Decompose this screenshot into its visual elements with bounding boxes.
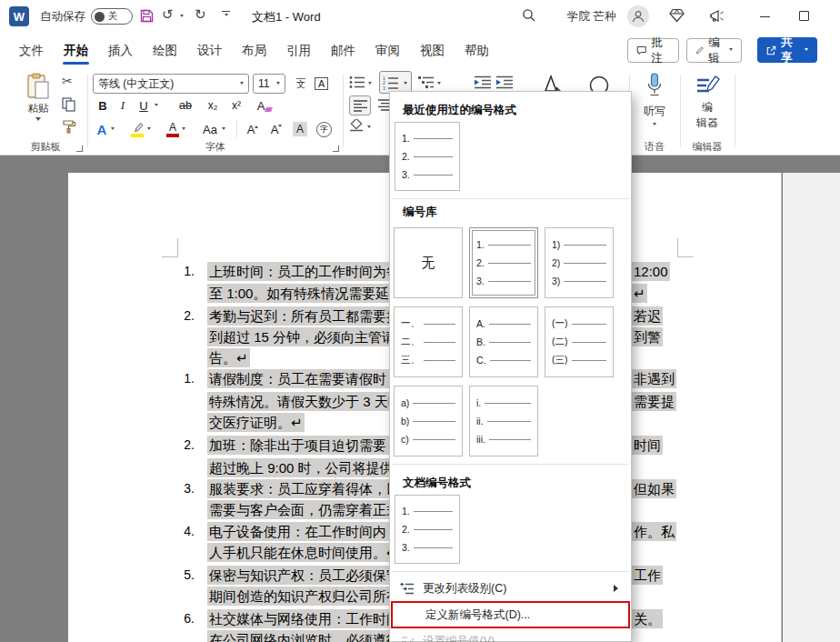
numbering-library-grid: 无1.2.3.1)2)3)一、二、三、A.B.C.(一)(二)(三)a)b)c)… [394,227,631,456]
menu-item-set-numbering-value[interactable]: 设置编号值(V) [390,630,631,642]
font-color-dropdown-caret[interactable] [182,127,185,132]
numbering-option-decimal-dot[interactable]: 1.2.3. [469,227,538,298]
paste-button[interactable]: 粘贴 [18,73,58,124]
tab-mailings[interactable]: 邮件 [321,35,365,66]
bullets-icon[interactable] [349,75,365,89]
font-size-combobox[interactable]: 11 [253,74,285,94]
numbering-dropdown-caret[interactable] [404,82,407,86]
tab-file[interactable]: 文件 [9,35,54,66]
character-border-button[interactable]: A [315,74,328,94]
cut-icon[interactable]: ✂ [62,75,73,87]
ribbon-tab-row: 文件开始插入绘图设计布局引用邮件审阅视图帮助 批注 编辑 共享 [0,33,840,69]
feedback-megaphone-icon[interactable] [709,8,725,24]
share-button[interactable]: 共享 [757,37,817,63]
shrink-font-button[interactable]: A [267,119,285,139]
scroll-area[interactable] [783,173,840,642]
clipboard-dialog-launcher-icon[interactable] [76,145,83,152]
align-left-button-active[interactable] [349,95,371,115]
editing-mode-button[interactable]: 编辑 [686,38,742,63]
numbering-preview-row: 2. [395,520,459,538]
autosave-toggle[interactable]: 关 [91,8,133,25]
text-effects-dropdown-caret[interactable] [111,127,115,132]
numbering-icon: 123 [383,75,399,90]
italic-button[interactable]: I [116,95,129,115]
change-case-dropdown-caret[interactable] [222,127,225,132]
numbering-option-none[interactable]: 无 [394,227,463,298]
font-size-value: 11 [258,77,269,90]
tab-draw[interactable]: 绘图 [143,35,187,66]
numbering-option-decimal-paren[interactable]: 1)2)3) [545,227,614,298]
tab-help[interactable]: 帮助 [455,35,499,66]
increase-indent-icon[interactable] [496,75,513,89]
multilevel-list-icon[interactable] [418,75,435,89]
numbering-preview-row: b) [395,412,462,430]
comments-button[interactable]: 批注 [627,38,679,63]
tab-design[interactable]: 设计 [187,35,232,66]
numbering-preview-row: B. [470,333,537,351]
grow-font-button[interactable]: A [244,119,262,139]
tab-home[interactable]: 开始 [54,35,98,66]
character-shading-button[interactable]: A [293,119,307,139]
strikethrough-button[interactable]: ab [176,95,195,115]
redo-icon[interactable]: ↻ [195,7,206,21]
tab-layout[interactable]: 布局 [232,35,276,66]
highlight-dropdown-caret[interactable] [147,127,151,132]
tab-view[interactable]: 视图 [410,35,455,66]
underline-button[interactable]: U [136,95,151,115]
highlight-color-button[interactable] [129,119,145,139]
bullets-dropdown-caret[interactable] [368,82,372,86]
numbering-option-chinese-paren[interactable]: (一)(二)(三) [545,306,614,377]
change-case-button[interactable]: Aa [200,119,220,139]
quick-access-customize-icon[interactable] [222,11,230,18]
editor-button[interactable]: 编 辑器 [682,73,733,131]
annotation-highlight-box: 定义新编号格式(D)... [391,601,630,628]
word-logo-icon: W [9,6,29,26]
search-icon[interactable] [522,8,536,23]
numbering-preview-row: (三) [545,351,613,369]
minimize-button[interactable] [760,16,770,17]
editor-pencil-icon [695,73,720,98]
menu-item-change-list-level[interactable]: 更改列表级别(C) [390,577,631,599]
superscript-button[interactable]: x² [227,95,245,115]
avatar[interactable] [627,5,649,27]
undo-icon[interactable]: ↺ [162,7,174,21]
format-painter-icon[interactable] [62,119,76,134]
font-group: 等线 (中文正文) 11 文 A B I U ab x₂ x² A A [89,69,342,155]
user-name[interactable]: 学院 芒种 [567,9,615,25]
menu-divider [392,571,629,572]
numbering-preview-row: 3. [395,166,459,184]
menu-item-define-new-number-format[interactable]: 定义新编号格式(D)... [393,603,628,627]
shading-button[interactable] [349,119,364,132]
font-color-button[interactable]: A [165,119,180,139]
save-icon[interactable] [140,9,154,23]
dictate-button[interactable]: 听写 [631,73,678,127]
font-dialog-launcher-icon[interactable] [333,145,339,152]
subscript-button[interactable]: x₂ [204,95,222,115]
decrease-indent-icon[interactable] [475,75,491,89]
numbering-option-chinese-caesura[interactable]: 一、二、三、 [394,306,463,377]
tab-review[interactable]: 审阅 [365,35,410,66]
bold-button[interactable]: B [95,95,111,115]
numbering-option-doc-decimal[interactable]: 1.2.3. [395,495,460,564]
multilevel-dropdown-caret[interactable] [437,82,441,86]
underline-dropdown-caret[interactable] [155,104,158,108]
tab-references[interactable]: 引用 [276,35,321,66]
phonetic-guide-button[interactable]: 文 [291,74,311,94]
clipboard-paste-icon [26,73,50,100]
text-effects-button[interactable]: A [95,119,109,139]
menu-divider [392,198,629,199]
numbering-option-lower-alpha-paren[interactable]: a)b)c) [394,386,463,456]
premium-gem-icon[interactable] [669,8,685,23]
numbering-option-lower-roman[interactable]: i.ii.iii. [469,386,538,456]
clear-formatting-button[interactable]: A [255,95,275,115]
undo-dropdown-caret[interactable] [180,15,184,19]
copy-icon[interactable] [62,97,75,112]
numbering-option-upper-alpha[interactable]: A.B.C. [469,306,538,377]
shading-dropdown-caret[interactable] [367,125,371,130]
font-name-combobox[interactable]: 等线 (中文正文) [93,74,249,94]
numbering-option-recent-decimal[interactable]: 1.2.3. [395,122,460,191]
maximize-button[interactable] [799,11,809,21]
dictate-dropdown-caret [653,123,656,127]
tab-insert[interactable]: 插入 [98,35,143,66]
enclose-characters-button[interactable]: 字 [316,119,332,139]
